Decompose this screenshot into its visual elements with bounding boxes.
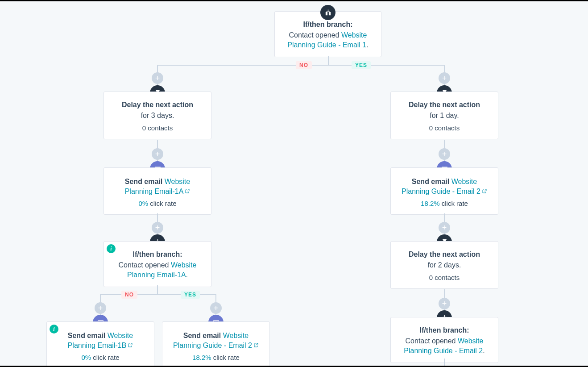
add-action-button[interactable] [95, 302, 106, 314]
delay-body: for 2 days. [401, 260, 488, 270]
connector [157, 285, 158, 294]
delay-node[interactable]: Delay the next action for 2 days. 0 cont… [390, 241, 498, 289]
email-node[interactable]: Send email Website Planning Guide - Emai… [162, 321, 270, 366]
email-pct: 18.2% [192, 354, 211, 361]
email-text: Send email Website Planning Guide - Emai… [401, 177, 488, 196]
email-pre: Send email [183, 332, 223, 339]
email-pct: 18.2% [421, 200, 440, 207]
branch-text-pre: Contact opened [289, 31, 341, 39]
branch-icon [320, 5, 335, 20]
branch-title: If/then branch: [401, 326, 488, 334]
add-action-button[interactable] [439, 222, 450, 234]
connector [444, 359, 445, 366]
branch-tag-yes: YES [352, 61, 371, 69]
email-pre: Send email [125, 178, 165, 185]
info-badge[interactable]: i [50, 325, 58, 334]
branch-text: Contact opened Website Planning Guide - … [285, 30, 371, 50]
branch-node[interactable]: i If/then branch: Contact opened Website… [104, 241, 211, 287]
email-rate-label: click rate [211, 354, 240, 361]
branch-text-pre: Contact opened [406, 337, 458, 345]
add-action-button[interactable] [152, 222, 163, 234]
workflow-canvas[interactable]: If/then branch: Contact opened Website P… [0, 1, 588, 366]
external-link-icon[interactable] [128, 341, 133, 346]
email-rate-label: click rate [148, 200, 176, 207]
external-link-icon[interactable] [253, 341, 259, 346]
delay-title: Delay the next action [401, 250, 488, 259]
branch-text: Contact opened Website Planning Guide - … [401, 336, 488, 355]
delay-body: for 3 days. [114, 111, 201, 121]
email-pre: Send email [412, 178, 451, 185]
delay-node[interactable]: Delay the next action for 1 day. 0 conta… [390, 92, 498, 139]
email-pct: 0% [81, 354, 91, 361]
branch-text-pre: Contact opened [119, 261, 171, 269]
delay-sub: 0 contacts [401, 124, 488, 132]
branch-node[interactable]: If/then branch: Contact opened Website P… [390, 317, 498, 363]
branch-tag-no: NO [296, 61, 312, 69]
delay-title: Delay the next action [114, 101, 201, 109]
branch-tag-yes: YES [181, 291, 200, 299]
external-link-icon[interactable] [482, 187, 487, 192]
add-action-button[interactable] [439, 148, 450, 160]
email-rate: 0% click rate [114, 200, 201, 207]
branch-text: Contact opened Website Planning Email-1A… [114, 260, 201, 279]
email-rate: 18.2% click rate [401, 200, 488, 207]
branch-tag-no: NO [121, 291, 137, 299]
delay-title: Delay the next action [401, 101, 488, 109]
email-text: Send email Website Planning Email-1A [114, 177, 201, 196]
delay-body: for 1 day. [401, 111, 488, 121]
email-pct: 0% [138, 200, 148, 207]
branch-text-post: . [186, 271, 188, 279]
add-action-button[interactable] [210, 302, 222, 314]
email-rate-label: click rate [91, 354, 119, 361]
email-pre: Send email [68, 332, 108, 339]
add-action-button[interactable] [152, 148, 163, 160]
email-node[interactable]: Send email Website Planning Guide - Emai… [390, 167, 498, 215]
email-rate-label: click rate [440, 200, 468, 207]
connector [328, 56, 329, 65]
email-text: Send email Website Planning Guide - Emai… [172, 331, 260, 350]
email-text: Send email Website Planning Email-1B [57, 331, 144, 350]
branch-title: If/then branch: [285, 21, 371, 29]
info-badge[interactable]: i [107, 244, 116, 253]
external-link-icon[interactable] [185, 187, 190, 192]
email-rate: 0% click rate [57, 354, 144, 361]
branch-title: If/then branch: [114, 250, 201, 259]
email-node[interactable]: i Send email Website Planning Email-1B 0… [46, 321, 154, 366]
add-action-button[interactable] [439, 298, 450, 309]
branch-text-post: . [366, 41, 368, 49]
delay-sub: 0 contacts [114, 124, 201, 132]
delay-node[interactable]: Delay the next action for 3 days. 0 cont… [104, 92, 211, 139]
email-rate: 18.2% click rate [172, 354, 260, 361]
email-node[interactable]: Send email Website Planning Email-1A 0% … [104, 167, 211, 215]
branch-text-post: . [483, 347, 484, 354]
delay-sub: 0 contacts [401, 274, 488, 281]
